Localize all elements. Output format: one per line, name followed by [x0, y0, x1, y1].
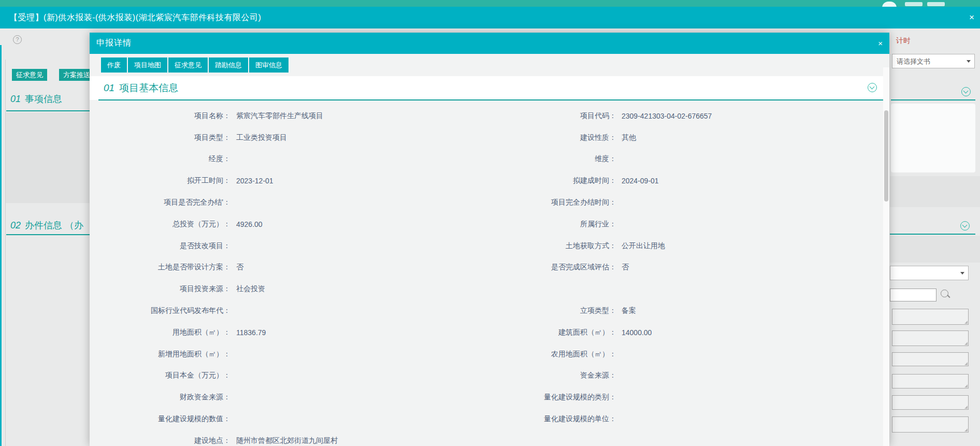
search-icon[interactable] — [941, 290, 948, 297]
material-textarea[interactable] — [892, 309, 969, 325]
field-label: 建设性质： — [451, 133, 616, 142]
field-label: 财政资金来源： — [90, 393, 230, 402]
window-close-icon[interactable]: × — [969, 13, 974, 22]
field-value: 社会投资 — [236, 284, 451, 294]
collapse-chevron-icon[interactable] — [961, 87, 971, 96]
field-label: 量化建设规模的数值： — [90, 414, 230, 424]
field-label: 项目本金（万元）： — [90, 371, 230, 380]
field-value: 否 — [622, 263, 884, 272]
field-value: 备案 — [622, 306, 884, 315]
material-textarea[interactable] — [892, 352, 969, 366]
field-label: 是否技改项目： — [90, 241, 230, 251]
right-white-panel — [891, 104, 975, 172]
right-grey-block — [890, 236, 980, 263]
tab-invalidate[interactable]: 作废 — [101, 57, 127, 73]
section-number: 01 — [104, 82, 114, 93]
field-label: 量化建设规模的单位： — [451, 414, 616, 424]
tab-drawing-review-info[interactable]: 图审信息 — [249, 57, 289, 73]
tab-project-map[interactable]: 项目地图 — [128, 57, 167, 73]
form-row: 国标行业代码发布年代：立项类型：备案 — [90, 300, 884, 322]
field-label: 所属行业： — [451, 220, 616, 229]
section-divider — [98, 99, 884, 100]
document-select-value: 请选择文书 — [897, 57, 930, 66]
field-label: 土地获取方式： — [451, 241, 616, 251]
window-title: 【受理】(新)供水报装-(供水报装)(湖北紫宸汽车部件科技有限公司) — [9, 12, 261, 23]
form-row: 新增用地面积（㎡）：农用地面积（㎡）： — [90, 343, 884, 365]
field-value: 其他 — [622, 133, 884, 142]
field-label: 项目投资来源： — [90, 284, 230, 294]
tab-survey-info[interactable]: 踏勘信息 — [209, 57, 248, 73]
section-divider — [6, 110, 90, 111]
field-label: 项目类型： — [90, 133, 230, 142]
form-row: 项目投资来源：社会投资 — [90, 278, 884, 300]
section-divider — [6, 234, 90, 235]
form-row: 量化建设规模的数值：量化建设规模的单位： — [90, 408, 884, 430]
right-grey-block — [890, 176, 980, 207]
plan-push-button[interactable]: 方案推送 — [59, 69, 94, 81]
project-basic-info-header: 01项目基本信息 — [90, 76, 884, 100]
collapse-chevron-icon[interactable] — [960, 221, 970, 231]
field-value: 2024-09-01 — [622, 177, 884, 185]
material-select[interactable] — [890, 266, 969, 280]
material-textarea[interactable] — [892, 395, 969, 410]
field-label: 量化建设规模的类别： — [451, 393, 616, 402]
section-number: 01 — [10, 94, 21, 104]
field-label: 总投资（万元）： — [90, 220, 230, 229]
collapse-chevron-icon[interactable] — [868, 83, 877, 92]
form-row: 是否技改项目：土地获取方式：公开出让用地 — [90, 235, 884, 257]
section-number: 02 — [10, 220, 21, 231]
field-value: 随州市曾都区北郊街道九间屋村 — [236, 436, 451, 445]
modal-scrollbar-thumb[interactable] — [884, 110, 888, 202]
section-title: 项目基本信息 — [119, 82, 178, 93]
field-label: 拟建成时间： — [451, 176, 616, 185]
section-title: 办件信息 （办 — [25, 220, 83, 231]
modal-header: 申报详情 × — [90, 33, 889, 54]
field-label: 项目是否完全办结'： — [90, 198, 230, 207]
material-textarea[interactable] — [892, 330, 969, 346]
material-textarea[interactable] — [892, 374, 969, 389]
username-clipped-text — [905, 2, 923, 6]
section-body-panel — [6, 112, 90, 203]
field-value: 工业类投资项目 — [236, 133, 451, 142]
window-title-bar: 【受理】(新)供水报装-(供水报装)(湖北紫宸汽车部件科技有限公司) × — [0, 7, 980, 28]
form-row: 拟开工时间：2023-12-01拟建成时间：2024-09-01 — [90, 170, 884, 192]
field-label: 国标行业代码发布年代： — [90, 306, 230, 315]
field-label: 项目名称： — [90, 111, 230, 121]
form-row: 用地面积（㎡）：11836.79建筑面积（㎡）：14000.00 — [90, 322, 884, 343]
help-icon[interactable]: ? — [13, 35, 22, 44]
form-row: 项目本金（万元）：资金来源： — [90, 365, 884, 387]
modal-close-icon[interactable]: × — [878, 39, 883, 48]
right-section-divider — [891, 99, 975, 100]
field-value: 否 — [236, 263, 451, 272]
field-label: 土地是否带设计方案： — [90, 263, 230, 272]
field-label: 建筑面积（㎡）： — [451, 328, 616, 337]
modal-scrollbar-track[interactable] — [883, 67, 889, 446]
section-matter-info: 01事项信息 — [10, 93, 62, 105]
material-textarea[interactable] — [892, 416, 969, 433]
field-label: 农用地面积（㎡）： — [451, 350, 616, 359]
field-value: 4926.00 — [236, 220, 451, 228]
field-value: 14000.00 — [622, 328, 884, 337]
field-label: 资金来源： — [451, 371, 616, 380]
search-input[interactable] — [890, 289, 936, 301]
solicit-opinion-button[interactable]: 征求意见 — [12, 69, 47, 81]
field-label: 新增用地面积（㎡）： — [90, 350, 230, 359]
form-row: 项目类型：工业类投资项目建设性质：其他 — [90, 127, 884, 149]
field-label: 建设地点： — [90, 436, 230, 445]
field-value: 公开出让用地 — [622, 241, 884, 251]
document-select[interactable]: 请选择文书 — [892, 54, 975, 68]
tab-solicit-opinion[interactable]: 征求意见 — [168, 57, 208, 73]
modal-title: 申报详情 — [96, 38, 132, 49]
form-row: 项目是否完全办结'：项目完全办结时间： — [90, 192, 884, 213]
project-basic-info-form: 项目名称：紫宸汽车零部件生产线项目项目代码：2309-421303-04-02-… — [90, 105, 884, 446]
form-row: 建设地点：随州市曾都区北郊街道九间屋村 — [90, 430, 884, 446]
modal-tab-bar: 作废项目地图征求意见踏勘信息图审信息 — [101, 57, 289, 73]
left-accent-line — [0, 45, 2, 446]
field-value: 紫宸汽车零部件生产线项目 — [236, 111, 451, 121]
field-label: 立项类型： — [451, 306, 616, 315]
user-menu-clipped-text — [927, 2, 945, 6]
field-label: 项目完全办结时间： — [451, 198, 616, 207]
field-value: 2023-12-01 — [236, 177, 451, 185]
top-user-strip — [0, 0, 980, 7]
form-row: 财政资金来源：量化建设规模的类别： — [90, 386, 884, 408]
